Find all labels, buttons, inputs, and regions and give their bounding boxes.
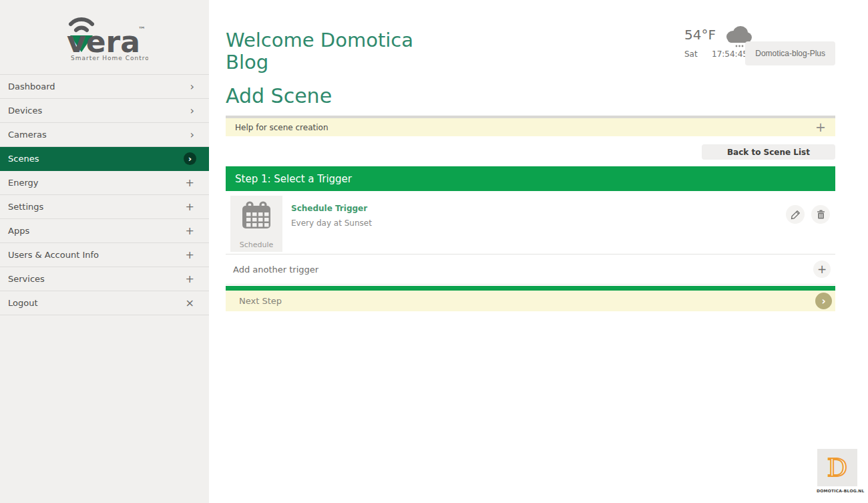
sidebar-item-settings[interactable]: Settings + xyxy=(0,195,209,219)
next-step-label: Next Step xyxy=(239,296,282,306)
sidebar-item-devices[interactable]: Devices › xyxy=(0,99,209,123)
chevron-right-icon: › xyxy=(190,81,194,92)
domotica-blog-watermark: D DOMOTICA-BLOG.NL xyxy=(817,449,858,493)
sidebar-item-users-account-info[interactable]: Users & Account Info + xyxy=(0,243,209,267)
vera-logo: vera ™ Smarter Home Control xyxy=(0,0,209,74)
sidebar-menu: Dashboard › Devices › Cameras › Scenes ›… xyxy=(0,74,209,315)
sidebar-item-logout[interactable]: Logout × xyxy=(0,291,209,315)
domotica-logo-icon: D xyxy=(817,449,857,486)
back-row: Back to Scene List xyxy=(226,144,835,160)
domotica-logo-caption: DOMOTICA-BLOG.NL xyxy=(817,488,858,493)
sidebar-item-label: Dashboard xyxy=(8,81,55,92)
step-title: Step 1: Select a Trigger xyxy=(235,173,352,185)
trigger-name-link[interactable]: Schedule Trigger xyxy=(291,204,372,213)
sidebar-item-label: Apps xyxy=(8,226,29,236)
weather-widget: 54°F Sat 17:54:45 Domotica-blog-Plus xyxy=(675,24,835,67)
next-step-bar[interactable]: Next Step › xyxy=(226,291,835,311)
chevron-right-icon: › xyxy=(190,106,194,116)
sidebar-item-label: Logout xyxy=(8,298,38,308)
pencil-icon xyxy=(791,210,801,220)
chevron-right-icon: › xyxy=(188,154,192,163)
edit-trigger-button[interactable] xyxy=(786,205,805,224)
trash-icon xyxy=(817,210,825,219)
controller-select-button[interactable]: Domotica-blog-Plus xyxy=(745,41,835,65)
progress-strip xyxy=(226,286,835,291)
sidebar-item-label: Cameras xyxy=(8,130,47,140)
logo-tm: ™ xyxy=(138,25,146,34)
sidebar-item-energy[interactable]: Energy + xyxy=(0,171,209,195)
back-to-scene-list-button[interactable]: Back to Scene List xyxy=(702,144,835,160)
plus-icon: + xyxy=(817,264,827,275)
clock-time: 17:54:45 xyxy=(712,49,748,59)
plus-icon: + xyxy=(186,202,194,212)
welcome-heading: Welcome Domotica Blog xyxy=(226,29,426,73)
add-trigger-button[interactable]: + xyxy=(813,261,831,278)
trigger-info: Schedule Trigger Every day at Sunset xyxy=(291,196,372,228)
sidebar-item-label: Energy xyxy=(8,178,39,188)
chevron-circle-icon: › xyxy=(184,152,196,165)
domotica-logo-letter: D xyxy=(827,455,847,480)
sidebar: vera ™ Smarter Home Control Dashboard › … xyxy=(0,0,209,503)
temperature: 54°F xyxy=(684,27,716,43)
sidebar-item-label: Services xyxy=(8,274,45,284)
close-icon: × xyxy=(186,298,194,309)
main-content: 54°F Sat 17:54:45 Domotica-blog-Plus Wel… xyxy=(226,0,835,311)
trigger-row: Schedule Schedule Trigger Every day at S… xyxy=(226,191,835,255)
page-title: Add Scene xyxy=(226,84,835,108)
chevron-right-icon: › xyxy=(190,130,194,140)
sidebar-item-scenes[interactable]: Scenes › xyxy=(0,147,209,171)
add-another-trigger-row[interactable]: Add another trigger + xyxy=(226,255,835,285)
add-another-trigger-label: Add another trigger xyxy=(233,265,318,275)
weather-day: Sat xyxy=(684,49,698,59)
chevron-right-icon: › xyxy=(821,295,825,307)
trigger-actions xyxy=(786,205,830,224)
sidebar-item-label: Users & Account Info xyxy=(8,250,99,260)
help-bar[interactable]: Help for scene creation + xyxy=(226,116,835,136)
step-header: Step 1: Select a Trigger xyxy=(226,166,835,191)
schedule-tile[interactable]: Schedule xyxy=(230,196,282,252)
plus-icon: + xyxy=(186,178,194,188)
plus-icon: + xyxy=(186,250,194,261)
plus-icon: + xyxy=(186,226,194,236)
next-step-button[interactable]: › xyxy=(815,293,832,309)
delete-trigger-button[interactable] xyxy=(811,205,830,224)
sidebar-item-apps[interactable]: Apps + xyxy=(0,219,209,243)
sidebar-item-label: Devices xyxy=(8,106,42,116)
sidebar-item-label: Scenes xyxy=(8,154,39,164)
sidebar-item-label: Settings xyxy=(8,202,43,212)
sidebar-item-dashboard[interactable]: Dashboard › xyxy=(0,75,209,99)
logo-tagline: Smarter Home Control xyxy=(71,55,148,61)
help-bar-text: Help for scene creation xyxy=(235,123,329,132)
sidebar-item-services[interactable]: Services + xyxy=(0,267,209,291)
plus-icon: + xyxy=(186,274,194,285)
sidebar-item-cameras[interactable]: Cameras › xyxy=(0,123,209,147)
trigger-description: Every day at Sunset xyxy=(291,218,372,228)
logo-word: vera xyxy=(67,25,140,59)
vera-logo-icon: vera ™ Smarter Home Control xyxy=(61,13,148,61)
schedule-tile-label: Schedule xyxy=(240,240,274,249)
calendar-icon xyxy=(241,200,272,230)
expand-plus-icon[interactable]: + xyxy=(815,121,826,134)
